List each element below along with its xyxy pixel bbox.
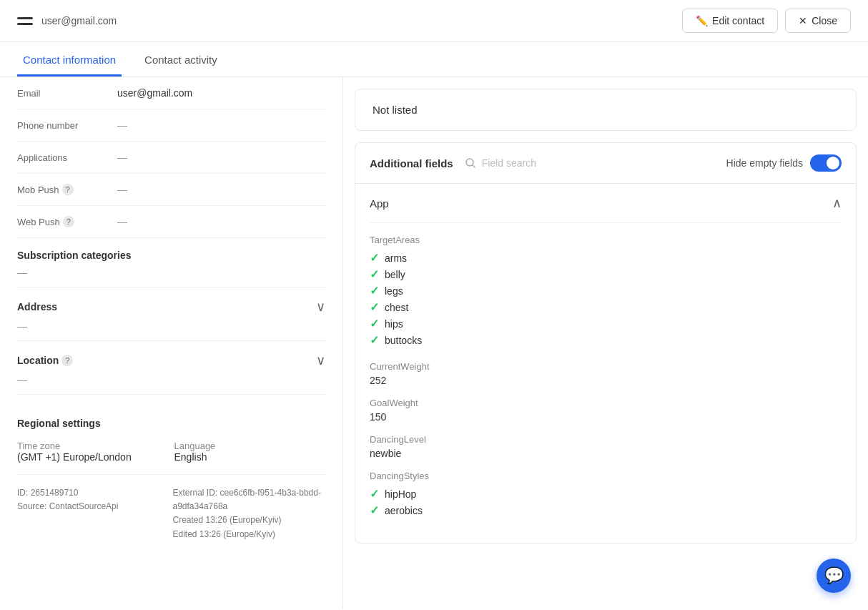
meta-source: Source: ContactSourceApi [17, 500, 170, 513]
app-section-chevron-icon[interactable]: ∧ [832, 195, 842, 211]
subscription-categories-title: Subscription categories [17, 238, 325, 267]
current-weight-label: CurrentWeight [370, 361, 842, 372]
subscription-categories-value: — [17, 267, 325, 287]
meta-external-id: External ID: cee6c6fb-f951-4b3a-bbdd-a9d… [173, 486, 326, 513]
goal-weight-label: GoalWeight [370, 398, 842, 408]
additional-fields-title: Additional fields [370, 157, 453, 169]
chat-bubble[interactable]: 💬 [817, 559, 851, 593]
target-area-arms: ✓ arms [370, 251, 842, 265]
header-left: user@gmail.com [17, 15, 117, 26]
dancing-level-group: DancingLevel newbie [370, 434, 842, 459]
timezone-value: (GMT +1) Europe/London [17, 451, 169, 463]
check-icon-legs: ✓ [370, 284, 379, 297]
applications-label: Applications [17, 152, 117, 163]
check-icon-aerobics: ✓ [370, 503, 379, 517]
meta-section: ID: 2651489710 Source: ContactSourceApi … [17, 475, 325, 553]
tab-contact-information[interactable]: Contact information [17, 42, 122, 77]
applications-row: Applications — [17, 142, 325, 174]
chat-icon: 💬 [824, 566, 844, 585]
hide-empty-section: Hide empty fields [726, 154, 842, 172]
header: user@gmail.com ✏️ Edit contact ✕ Close [0, 0, 868, 42]
mob-push-row: Mob Push ? — [17, 174, 325, 206]
regional-grid: Time zone (GMT +1) Europe/London Languag… [17, 441, 325, 463]
svg-line-1 [473, 165, 475, 167]
phone-row: Phone number — [17, 109, 325, 142]
phone-value: — [117, 119, 127, 131]
address-value: — [17, 320, 325, 341]
target-area-hips: ✓ hips [370, 317, 842, 330]
target-area-hips-label: hips [385, 318, 403, 330]
web-push-help-icon[interactable]: ? [63, 216, 74, 227]
goal-weight-value: 150 [370, 411, 842, 423]
language-value: English [174, 451, 326, 463]
location-title: Location [17, 355, 59, 366]
location-collapsible[interactable]: Location ? ∨ [17, 341, 325, 374]
search-icon [465, 157, 476, 169]
header-actions: ✏️ Edit contact ✕ Close [682, 9, 851, 33]
field-search-area[interactable]: Field search [465, 157, 715, 169]
check-icon-belly: ✓ [370, 267, 379, 281]
main-content: Email user@gmail.com Phone number — Appl… [0, 77, 868, 609]
target-area-chest: ✓ chest [370, 300, 842, 314]
target-area-chest-label: chest [385, 302, 408, 313]
mob-push-value: — [117, 184, 127, 195]
not-listed-text: Not listed [373, 104, 418, 116]
check-icon-buttocks: ✓ [370, 333, 379, 347]
timezone-label: Time zone [17, 441, 169, 451]
location-help-icon[interactable]: ? [61, 355, 73, 366]
dancing-style-hiphop-label: hipHop [385, 488, 416, 500]
meta-created: Created 13:26 (Europe/Kyiv) [173, 513, 326, 527]
edit-contact-button[interactable]: ✏️ Edit contact [682, 9, 778, 33]
web-push-value: — [117, 216, 127, 227]
mob-push-help-icon[interactable]: ? [62, 184, 74, 195]
dancing-styles-label: DancingStyles [370, 471, 842, 481]
phone-label: Phone number [17, 120, 117, 131]
hide-empty-label: Hide empty fields [726, 157, 803, 169]
meta-id: ID: 2651489710 [17, 486, 170, 500]
target-area-arms-label: arms [385, 252, 407, 264]
dancing-level-label: DancingLevel [370, 434, 842, 445]
target-area-legs: ✓ legs [370, 284, 842, 297]
applications-value: — [117, 152, 127, 163]
dancing-level-value: newbie [370, 448, 842, 459]
location-value: — [17, 374, 325, 395]
tabs: Contact information Contact activity [0, 42, 868, 77]
target-area-buttocks-label: buttocks [385, 335, 422, 346]
additional-fields-box: Additional fields Field search Hide empt… [355, 142, 857, 543]
address-chevron-icon: ∨ [316, 299, 325, 315]
address-collapsible[interactable]: Address ∨ [17, 287, 325, 320]
address-title: Address [17, 301, 57, 313]
target-areas-label: TargetAreas [370, 235, 842, 245]
target-area-legs-label: legs [385, 285, 403, 297]
hide-empty-toggle[interactable] [810, 154, 842, 172]
current-weight-value: 252 [370, 375, 842, 386]
app-section: App ∧ TargetAreas ✓ arms ✓ belly [355, 184, 856, 543]
field-search-placeholder: Field search [482, 157, 536, 169]
dancing-styles-group: DancingStyles ✓ hipHop ✓ aerobics [370, 471, 842, 517]
header-email: user@gmail.com [41, 15, 117, 26]
edit-icon: ✏️ [696, 15, 708, 26]
target-areas-values: ✓ arms ✓ belly ✓ legs ✓ [370, 251, 842, 347]
right-panel: Not listed Additional fields Field searc… [343, 77, 868, 609]
check-icon-chest: ✓ [370, 300, 379, 314]
target-area-buttocks: ✓ buttocks [370, 333, 842, 347]
close-button[interactable]: ✕ Close [785, 9, 851, 33]
mob-push-label: Mob Push ? [17, 184, 117, 195]
check-icon-hiphop: ✓ [370, 487, 379, 501]
email-label: Email [17, 88, 117, 99]
regional-settings-title: Regional settings [17, 406, 325, 435]
close-icon: ✕ [799, 15, 807, 26]
menu-icon [17, 17, 33, 25]
app-section-header: App ∧ [370, 195, 842, 223]
app-section-title: App [370, 197, 389, 210]
meta-edited: Edited 13:26 (Europe/Kyiv) [173, 528, 326, 541]
goal-weight-group: GoalWeight 150 [370, 398, 842, 423]
dancing-style-aerobics-label: aerobics [385, 505, 423, 516]
target-areas-group: TargetAreas ✓ arms ✓ belly ✓ legs [370, 235, 842, 347]
email-row: Email user@gmail.com [17, 77, 325, 109]
check-icon-hips: ✓ [370, 317, 379, 330]
additional-fields-header: Additional fields Field search Hide empt… [355, 143, 856, 184]
current-weight-group: CurrentWeight 252 [370, 361, 842, 386]
email-value: user@gmail.com [117, 87, 192, 99]
tab-contact-activity[interactable]: Contact activity [139, 42, 223, 77]
